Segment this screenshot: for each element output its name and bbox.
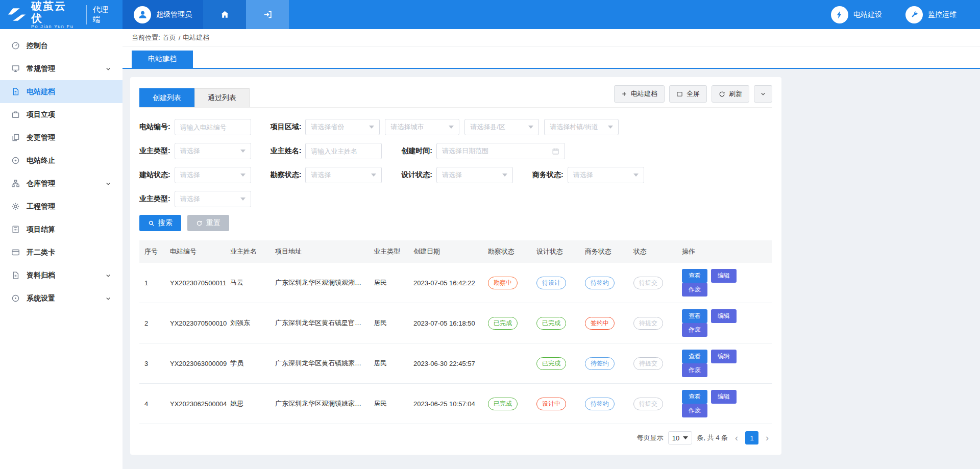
chevron-down-icon [683,436,688,439]
sidebar-item-warehouse-management[interactable]: 仓库管理 [0,172,122,195]
collapse-button[interactable] [754,85,772,103]
cell-address: 广东深圳龙华区观澜镇观湖路... [270,263,369,303]
user-menu[interactable]: 超级管理员 [122,0,203,29]
column-header: 商务状态 [580,240,628,263]
chevron-down-icon [528,126,533,129]
owner-name-input[interactable] [305,143,382,159]
sidebar-item-change-management[interactable]: 变更管理 [0,126,122,149]
edit-button[interactable]: 编辑 [711,350,737,363]
station-code-input[interactable] [175,119,251,135]
column-header: 业主类型 [369,240,408,263]
chevron-down-icon [240,174,246,177]
edit-button[interactable]: 编辑 [711,269,737,283]
reset-button-label: 重置 [206,218,220,228]
sidebar-item-data-archive[interactable]: 资料归档 [0,264,122,287]
logo-text: 破茧云伏 Po Jian Yun Fu [31,0,78,29]
home-button[interactable] [203,0,246,29]
cell-actions: 查看编辑作废 [677,343,772,384]
sidebar-item-general-management[interactable]: 常规管理 [0,57,122,80]
sidebar-item-station-archive[interactable]: 电站建档 [0,80,122,103]
monitor-icon [11,64,20,73]
content-card: 创建列表通过列表 电站建档全屏刷新 电站编号: 项目 [130,77,781,455]
view-button[interactable]: 查看 [682,350,707,363]
create-station-button[interactable]: 电站建档 [614,85,665,103]
fullscreen-button[interactable]: 全屏 [669,85,707,103]
search-icon [148,220,155,227]
select-placeholder: 请选择 [573,170,593,180]
filter-row: 电站编号: 项目区域: 请选择省份 请选择城市 请选择县/区 [139,119,772,135]
search-button[interactable]: 搜索 [139,215,181,231]
survey-status-badge: 已完成 [488,317,518,330]
edit-button[interactable]: 编辑 [711,309,737,323]
chevron-down-icon [105,181,111,187]
business-status-select[interactable]: 请选择 [568,167,644,183]
next-page-button[interactable]: › [763,433,771,442]
cell-station-code: YX2023062500004 [165,384,225,424]
county-select[interactable]: 请选择县/区 [464,119,539,135]
view-button[interactable]: 查看 [682,269,707,283]
reset-button[interactable]: 重置 [187,215,229,231]
void-button[interactable]: 作废 [682,283,707,297]
cell-created-date: 2023-07-05 16:42:22 [408,263,483,303]
city-select[interactable]: 请选择城市 [385,119,459,135]
topbar-item-label: 监控运维 [928,10,957,19]
gear-icon [11,202,20,211]
logo-icon [7,7,27,22]
cell-survey-status: 勘察中 [483,263,531,303]
chevron-down-icon [105,66,111,72]
sidebar-item-second-class-card[interactable]: 开二类卡 [0,241,122,264]
town-select[interactable]: 请选择村镇/街道 [544,119,619,135]
sidebar-item-console[interactable]: 控制台 [0,34,122,57]
sidebar-item-engineering-management[interactable]: 工程管理 [0,195,122,218]
tab-passed-list[interactable]: 通过列表 [194,88,250,107]
cell-design-status: 设计中 [531,384,580,424]
void-button[interactable]: 作废 [682,323,707,337]
chevron-down-icon [369,126,374,129]
build-status-select[interactable]: 请选择 [175,167,251,183]
page-button-1[interactable]: 1 [745,431,758,445]
column-header: 状态 [628,240,677,263]
sidebar-item-project-initiation[interactable]: 项目立项 [0,103,122,126]
owner-name-label: 业主姓名: [271,146,302,156]
build-status-label: 建站状态: [139,170,170,180]
breadcrumb-home[interactable]: 首页 [163,33,176,42]
void-button[interactable]: 作废 [682,363,707,377]
edit-button[interactable]: 编辑 [711,390,737,404]
topbar-station-build[interactable]: 电站建设 [831,6,882,23]
page-size-select[interactable]: 10 [668,431,692,445]
cell-seq: 1 [139,263,165,303]
cell-actions: 查看编辑作废 [677,263,772,303]
owner-type-select[interactable]: 请选择 [175,143,251,159]
view-button[interactable]: 查看 [682,309,707,323]
business-status-badge: 待签约 [585,277,615,289]
refresh-button[interactable]: 刷新 [712,85,749,103]
county-placeholder: 请选择县/区 [470,122,505,132]
topbar-monitor-ops[interactable]: 监控运维 [905,6,957,23]
sidebar-item-system-settings[interactable]: 系统设置 [0,287,122,310]
logo: 破茧云伏 Po Jian Yun Fu 代理端 [0,0,122,29]
logout-button[interactable] [246,0,289,29]
sidebar-item-station-termination[interactable]: 电站终止 [0,149,122,172]
select-placeholder: 请选择 [180,194,200,204]
cell-business-status: 待签约 [580,263,628,303]
create-time-range-input[interactable]: 请选择日期范围 [436,143,565,159]
breadcrumb: 当前位置: 首页 / 电站建档 [122,29,980,47]
sidebar-item-project-settlement[interactable]: 项目结算 [0,218,122,241]
survey-status-select[interactable]: 请选择 [305,167,382,183]
tab-create-list[interactable]: 创建列表 [139,88,194,107]
design-status-select[interactable]: 请选择 [436,167,513,183]
prev-page-button[interactable]: ‹ [732,433,741,442]
province-select[interactable]: 请选择省份 [305,119,380,135]
cell-created-date: 2023-07-05 16:18:50 [408,303,483,343]
cell-seq: 4 [139,384,165,424]
filter-row: 建站状态: 请选择 勘察状态: 请选择 设计状态: [139,167,772,183]
owner-type2-select[interactable]: 请选择 [175,191,251,207]
design-status-label: 设计状态: [401,170,432,180]
view-button[interactable]: 查看 [682,390,707,404]
void-button[interactable]: 作废 [682,404,707,417]
sidebar-item-label: 资料归档 [27,271,55,280]
business-status-badge: 待签约 [585,357,615,370]
city-placeholder: 请选择城市 [390,122,424,132]
page-tab-station-archive[interactable]: 电站建档 [132,51,193,68]
search-button-label: 搜索 [158,218,173,228]
